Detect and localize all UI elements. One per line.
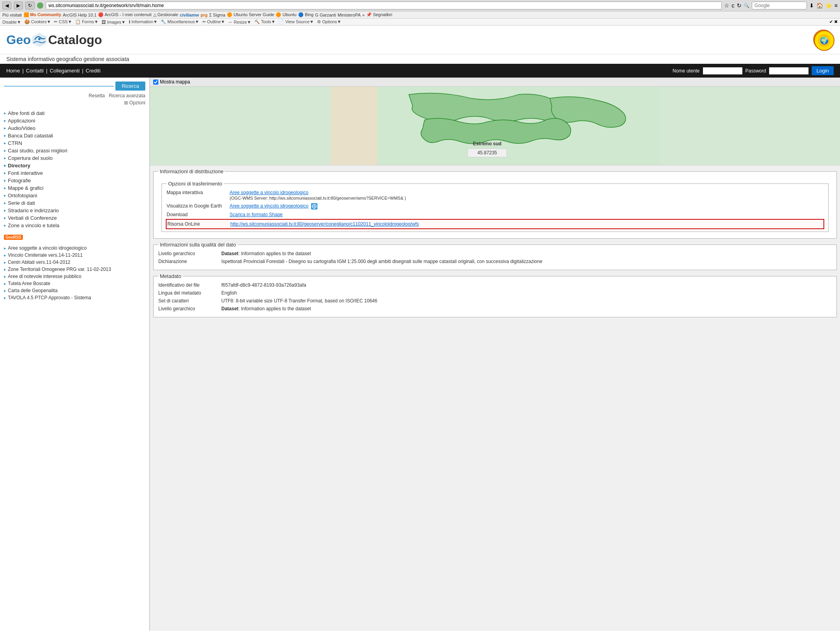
info-row-dichiarazione: Dichiarazione Ispettorati Provinciali Fo… [158, 259, 832, 264]
category-altre-fonti[interactable]: Altre fonti di dati [4, 109, 145, 117]
bookmark-more[interactable]: » [362, 13, 365, 17]
category-casi-studio[interactable]: Casi studio, prassi migliori [4, 147, 145, 154]
category-ortofotopiani[interactable]: Ortofotopiani [4, 192, 145, 199]
star-fill-icon: c [732, 2, 734, 9]
info-row-mappa: Mappa interattiva Aree soggette a vincol… [167, 190, 823, 201]
recent-item-6[interactable]: Carta delle Geopenalita [4, 287, 145, 294]
recent-item-1[interactable]: Vincolo Cimiteriale vers.14-11-2011 [4, 252, 145, 259]
recent-item-2[interactable]: Centri Abitati vers.11-04-2012 [4, 259, 145, 266]
site-header: Geo Catalogo 🌍 [0, 26, 840, 54]
category-directory[interactable]: Directory [4, 162, 145, 169]
recent-item-0[interactable]: Aree soggette a vincolo idrogeologico [4, 245, 145, 252]
link-google-earth[interactable]: Aree soggette a vincolo idrogeologico [230, 203, 308, 209]
nav-collegamenti[interactable]: Collegamenti [50, 68, 80, 74]
devtools-disable[interactable]: Disable▼ [2, 20, 21, 24]
value-dichiarazione: Ispettorati Provinciali Forestali - Dise… [221, 259, 832, 264]
category-stradario[interactable]: Stradario e indirizzario [4, 207, 145, 214]
category-applicazioni[interactable]: Applicazioni [4, 117, 145, 124]
bookmark-ms-community[interactable]: 🟧 Ms Community [24, 12, 61, 17]
browser-search-input[interactable] [752, 2, 807, 9]
devtools-miscellaneous[interactable]: 🔧 Miscellaneous▼ [161, 19, 199, 24]
bookmark-bing[interactable]: 🔵 Bing [298, 12, 313, 17]
bookmark-arcgis-help[interactable]: ArcGIS Help 10.1 [63, 13, 96, 17]
category-audio-video[interactable]: Audio/Video [4, 124, 145, 132]
bookmark-ubuntu[interactable]: 🟠 Ubuntu [276, 12, 297, 17]
recent-item-7[interactable]: TAVOLA 4.5 PTCP Approvato - Sistema [4, 294, 145, 301]
category-fotografie[interactable]: Fotografie [4, 177, 145, 184]
link-download[interactable]: Scarica in formato Shape [230, 212, 283, 217]
devtools-viewsource[interactable]: 📄 View Source▼ [278, 19, 314, 24]
bookmark-prg[interactable]: prg [200, 13, 208, 17]
refresh-button[interactable]: ↻ [25, 2, 35, 9]
label-livello-gerarchico: Livello gerarchico [158, 251, 221, 256]
recent-item-3[interactable]: Zone Territoriali Omogenee PRG var. 11-0… [4, 266, 145, 273]
georss-badge[interactable]: GeoRSS [4, 235, 23, 240]
metadato-section: Metadato Identificativo del file f657afd… [153, 273, 837, 317]
bookmark-ubuntu-server[interactable]: 🟠 Ubuntu Server Guide [227, 12, 274, 17]
category-banca-dati[interactable]: Banca Dati catastali [4, 132, 145, 139]
category-verbali[interactable]: Verbali di Conferenze [4, 214, 145, 222]
link-risorsa[interactable]: http://ws.sitcomuniassociati.tv.it:80/ge… [230, 221, 419, 227]
star2-icon[interactable]: ⭐ [825, 2, 832, 9]
bookmark-segnalibri[interactable]: 📌 Segnalibri [366, 12, 392, 17]
forward-button[interactable]: ▶ [14, 2, 23, 9]
svg-point-2 [38, 38, 41, 40]
category-zone-vincolo[interactable]: Zone a vincolo e tutela [4, 222, 145, 229]
devtools-cookies[interactable]: 🍪 Cookies▼ [24, 19, 51, 24]
nav-links: Home | Contatti | Collegamenti | Crediti [6, 68, 100, 74]
password-label: Password [745, 68, 766, 74]
bookmark-sigma[interactable]: Σ Sigma [209, 13, 225, 17]
address-bar[interactable] [46, 2, 722, 9]
menu-icon[interactable]: ≡ [834, 2, 838, 9]
category-serie-dati[interactable]: Serie di dati [4, 199, 145, 207]
ricerca-avanzata-link[interactable]: Ricerca avanzata [109, 93, 145, 98]
refresh2-icon[interactable]: ↻ [737, 2, 742, 9]
category-ctrn[interactable]: CTRN [4, 139, 145, 147]
search-button[interactable]: Ricerca [115, 82, 145, 91]
category-copertura[interactable]: Copertura del suolo [4, 154, 145, 162]
site-badge: 🌍 [813, 30, 834, 50]
search-divider [4, 86, 114, 87]
recent-item-4[interactable]: Aree di notevole interesse pubblico [4, 273, 145, 280]
devtools-bar: Disable▼ 🍪 Cookies▼ ✏ CSS▼ 📋 Forms▼ 🖼 Im… [0, 19, 840, 26]
search-options[interactable]: ⊞ Opzioni [4, 100, 145, 106]
nav-home[interactable]: Home [6, 68, 20, 74]
resetta-link[interactable]: Resetta [89, 93, 105, 98]
map-toggle-checkbox[interactable] [153, 80, 158, 85]
nav-contatti[interactable]: Contatti [26, 68, 44, 74]
recent-item-5[interactable]: Tutela Aree Boscate [4, 280, 145, 287]
bookmark-gestionale[interactable]: △ Gestionale [153, 12, 178, 17]
password-input[interactable] [769, 67, 808, 74]
devtools-options[interactable]: ⚙ Options▼ [317, 19, 341, 24]
devtools-information[interactable]: ℹ Information▼ [129, 19, 158, 24]
home-icon[interactable]: 🏠 [816, 2, 823, 9]
label-download: Download [167, 212, 230, 217]
transfer-section: Opzioni di trasferimento Mappa interatti… [161, 181, 829, 232]
login-button[interactable]: Login [812, 66, 834, 75]
nav-crediti[interactable]: Crediti [86, 68, 101, 74]
category-mappe[interactable]: Mappe & grafici [4, 184, 145, 192]
bookmark-ministeropa[interactable]: MinisteroPA [337, 13, 360, 17]
category-fonti-interattive[interactable]: Fonti interattive [4, 169, 145, 177]
devtools-forms[interactable]: 📋 Forms▼ [75, 19, 98, 24]
back-button[interactable]: ◀ [2, 2, 11, 9]
username-input[interactable] [703, 67, 742, 74]
devtools-css[interactable]: ✏ CSS▼ [54, 19, 72, 24]
bookmark-piu-visitati[interactable]: Più visitati [2, 13, 22, 17]
bookmark-garzanti[interactable]: G Garzanti [315, 13, 336, 17]
devtools-images[interactable]: 🖼 Images▼ [102, 20, 126, 24]
sidebar: Ricerca Resetta Ricerca avanzata ⊞ Opzio… [0, 78, 150, 631]
devtools-tools[interactable]: 🔨 Tools▼ [254, 19, 275, 24]
browser-icon [37, 2, 43, 9]
devtools-resize[interactable]: ↔ Resize▼ [228, 20, 251, 24]
nav-auth: Nome utente Password Login [673, 66, 834, 75]
bookmarks-bar: Più visitati 🟧 Ms Community ArcGIS Help … [0, 11, 840, 19]
google-earth-icon [311, 203, 317, 209]
star-icon[interactable]: ☆ [724, 2, 729, 9]
bookmark-civiliamw[interactable]: civiliamw [180, 13, 199, 17]
info-row-google-earth: Visualizza in Google Earth Aree soggette… [167, 203, 823, 209]
bookmark-arcgis-content[interactable]: 🔴 ArcGIS - I miei contenuti [98, 12, 152, 17]
devtools-outline[interactable]: ✏ Outline▼ [202, 19, 225, 24]
link-mappa[interactable]: Aree soggette a vincolo idrogeologico [230, 190, 308, 195]
arrow-icon[interactable]: ⬇ [809, 2, 814, 9]
